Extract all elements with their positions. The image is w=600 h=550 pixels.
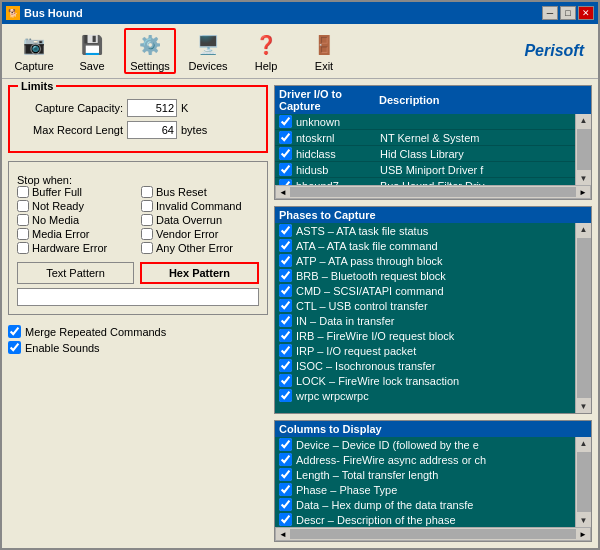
buffer-full-checkbox[interactable] (17, 186, 29, 198)
driver-scrollbar[interactable]: ▲ ▼ (575, 114, 591, 185)
phase-atp-checkbox[interactable] (279, 254, 292, 267)
capture-label: Capture (14, 60, 53, 72)
stop-when-checkboxes: Buffer Full Bus Reset Not Ready Invalid … (17, 186, 259, 254)
minimize-button[interactable]: ─ (542, 6, 558, 20)
settings-button[interactable]: ⚙️ Settings (124, 28, 176, 74)
phase-lock-checkbox[interactable] (279, 374, 292, 387)
capture-capacity-input[interactable] (127, 99, 177, 117)
help-button[interactable]: ❓ Help (240, 28, 292, 74)
list-item: IRP – I/O request packet (275, 343, 575, 358)
help-label: Help (255, 60, 278, 72)
merge-repeated-checkbox[interactable] (8, 325, 21, 338)
no-media-checkbox[interactable] (17, 214, 29, 226)
app-icon: 🐕 (6, 6, 20, 20)
help-icon: ❓ (250, 30, 282, 60)
pattern-input[interactable] (17, 288, 259, 306)
hardware-error-checkbox[interactable] (17, 242, 29, 254)
media-error-checkbox[interactable] (17, 228, 29, 240)
limits-group-label: Limits (18, 80, 56, 92)
max-record-input[interactable] (127, 121, 177, 139)
maximize-button[interactable]: □ (560, 6, 576, 20)
hex-pattern-button[interactable]: Hex Pattern (140, 262, 259, 284)
limits-group: Limits Capture Capacity: K Max Record Le… (8, 85, 268, 153)
phase-irp-checkbox[interactable] (279, 344, 292, 357)
hardware-error-item: Hardware Error (17, 242, 135, 254)
driver-hidclass-checkbox[interactable] (279, 147, 292, 160)
scroll-up-arrow[interactable]: ▲ (578, 114, 590, 127)
exit-button[interactable]: 🚪 Exit (298, 28, 350, 74)
columns-scroll-down[interactable]: ▼ (578, 514, 590, 527)
col-address-checkbox[interactable] (279, 453, 292, 466)
driver-unknown-checkbox[interactable] (279, 115, 292, 128)
devices-button[interactable]: 🖥️ Devices (182, 28, 234, 74)
hscroll-right-arrow[interactable]: ► (576, 187, 590, 198)
col-hscroll-left[interactable]: ◄ (276, 529, 290, 540)
phase-in-checkbox[interactable] (279, 314, 292, 327)
col-address-text: Address- FireWire async address or ch (296, 454, 486, 466)
phase-brb-checkbox[interactable] (279, 269, 292, 282)
phase-atp-text: ATP – ATA pass through block (296, 255, 443, 267)
phases-scroll-up[interactable]: ▲ (578, 223, 590, 236)
col-data-checkbox[interactable] (279, 498, 292, 511)
driver-hidusb-checkbox[interactable] (279, 163, 292, 176)
phases-scroll-down[interactable]: ▼ (578, 400, 590, 413)
columns-hscroll[interactable]: ◄ ► (275, 527, 591, 541)
scroll-thumb[interactable] (577, 129, 591, 170)
save-icon: 💾 (76, 30, 108, 60)
phase-isoc-text: ISOC – Isochronous transfer (296, 360, 435, 372)
capture-button[interactable]: 📷 Capture (8, 28, 60, 74)
text-pattern-button[interactable]: Text Pattern (17, 262, 134, 284)
columns-scroll-up[interactable]: ▲ (578, 437, 590, 450)
phase-cmd-checkbox[interactable] (279, 284, 292, 297)
devices-label: Devices (188, 60, 227, 72)
enable-sounds-checkbox[interactable] (8, 341, 21, 354)
list-item: ATP – ATA pass through block (275, 253, 575, 268)
col-device-checkbox[interactable] (279, 438, 292, 451)
phases-scrollbar[interactable]: ▲ ▼ (575, 223, 591, 413)
col-phase-checkbox[interactable] (279, 483, 292, 496)
max-record-label: Max Record Lengt (18, 124, 123, 136)
phase-in-text: IN – Data in transfer (296, 315, 394, 327)
columns-scroll-thumb[interactable] (577, 452, 591, 512)
driver-hscroll[interactable]: ◄ ► (275, 185, 591, 199)
phase-ata-text: ATA – ATA task file command (296, 240, 438, 252)
invalid-command-checkbox[interactable] (141, 200, 153, 212)
not-ready-item: Not Ready (17, 200, 135, 212)
table-row: hidusb USB Miniport Driver f (275, 162, 575, 178)
close-button[interactable]: ✕ (578, 6, 594, 20)
phase-wrpc-checkbox[interactable] (279, 389, 292, 402)
any-other-error-checkbox[interactable] (141, 242, 153, 254)
phase-ata-checkbox[interactable] (279, 239, 292, 252)
merge-repeated-label: Merge Repeated Commands (25, 326, 166, 338)
stop-when-title: Stop when: (17, 174, 72, 186)
exit-icon: 🚪 (308, 30, 340, 60)
phases-scroll-thumb[interactable] (577, 238, 591, 398)
title-bar: 🐕 Bus Hound ─ □ ✕ (2, 2, 598, 24)
phase-irb-checkbox[interactable] (279, 329, 292, 342)
data-overrun-checkbox[interactable] (141, 214, 153, 226)
list-item: Device – Device ID (followed by the e (275, 437, 575, 452)
col-hscroll-right[interactable]: ► (576, 529, 590, 540)
driver-ntoskrnl-name: ntoskrnl (296, 132, 376, 144)
driver-ntoskrnl-checkbox[interactable] (279, 131, 292, 144)
phase-isoc-checkbox[interactable] (279, 359, 292, 372)
hscroll-left-arrow[interactable]: ◄ (276, 187, 290, 198)
vendor-error-label: Vendor Error (156, 228, 218, 240)
media-error-item: Media Error (17, 228, 135, 240)
main-window: 🐕 Bus Hound ─ □ ✕ 📷 Capture 💾 Save ⚙️ Se… (0, 0, 600, 550)
col-descr-checkbox[interactable] (279, 513, 292, 526)
toolbar-buttons: 📷 Capture 💾 Save ⚙️ Settings 🖥️ Devices … (8, 28, 350, 74)
save-button[interactable]: 💾 Save (66, 28, 118, 74)
phase-ctl-checkbox[interactable] (279, 299, 292, 312)
col-phase-text: Phase – Phase Type (296, 484, 397, 496)
not-ready-checkbox[interactable] (17, 200, 29, 212)
scroll-down-arrow[interactable]: ▼ (578, 172, 590, 185)
col-length-checkbox[interactable] (279, 468, 292, 481)
phase-asts-checkbox[interactable] (279, 224, 292, 237)
columns-scrollbar[interactable]: ▲ ▼ (575, 437, 591, 527)
window-title: Bus Hound (24, 7, 83, 19)
hardware-error-label: Hardware Error (32, 242, 107, 254)
col-hscroll-track (290, 529, 576, 539)
vendor-error-checkbox[interactable] (141, 228, 153, 240)
bus-reset-checkbox[interactable] (141, 186, 153, 198)
